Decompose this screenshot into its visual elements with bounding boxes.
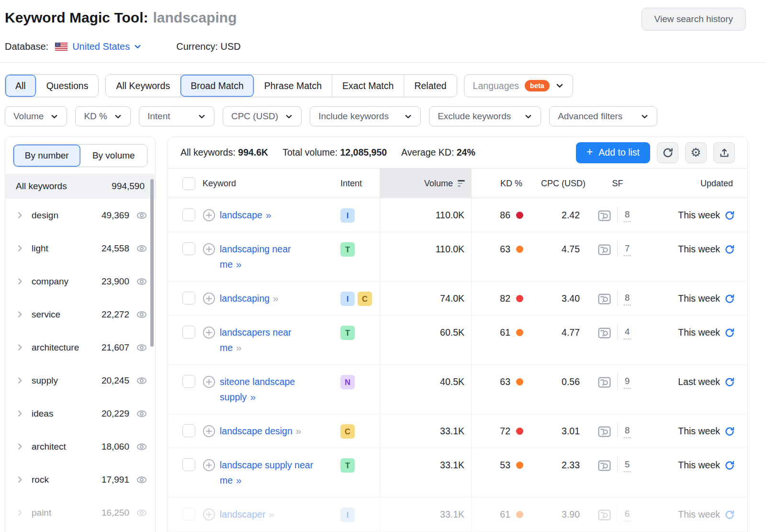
languages-dropdown[interactable]: Languages beta — [464, 74, 573, 97]
intent-filter[interactable]: Intent — [139, 106, 214, 126]
add-keyword-icon[interactable] — [203, 209, 215, 222]
sf-count[interactable]: 4 — [624, 327, 631, 340]
refresh-keyword-icon[interactable] — [724, 377, 735, 387]
tab-by-volume[interactable]: By volume — [80, 145, 147, 167]
tab-all[interactable]: All — [5, 75, 36, 97]
add-keyword-icon[interactable] — [203, 508, 215, 521]
serp-features-icon[interactable] — [598, 509, 611, 521]
eye-icon[interactable] — [136, 309, 147, 320]
chevron-right-icon[interactable] — [16, 409, 24, 418]
exclude-keywords-filter[interactable]: Exclude keywords — [429, 106, 541, 126]
database-selector[interactable]: United States — [72, 41, 142, 52]
expand-keyword-icon[interactable]: » — [236, 342, 241, 353]
chevron-right-icon[interactable] — [16, 442, 24, 451]
eye-icon[interactable] — [136, 243, 147, 254]
row-checkbox[interactable] — [182, 424, 195, 437]
refresh-keyword-icon[interactable] — [724, 460, 735, 471]
row-checkbox[interactable] — [182, 375, 195, 388]
serp-features-icon[interactable] — [598, 327, 611, 339]
column-header-cpc[interactable]: CPC (USD) — [530, 169, 591, 198]
keyword-link[interactable]: landscape supply near me — [220, 460, 313, 486]
keyword-link[interactable]: landscaper — [220, 509, 265, 520]
column-header-sf[interactable]: SF — [591, 169, 644, 198]
keyword-group-row[interactable]: design 49,369 — [5, 199, 155, 232]
row-checkbox[interactable] — [182, 326, 195, 339]
expand-keyword-icon[interactable]: » — [236, 475, 241, 486]
add-keyword-icon[interactable] — [203, 292, 215, 305]
sf-count[interactable]: 9 — [624, 376, 631, 389]
column-header-keyword[interactable]: Keyword — [203, 169, 339, 198]
eye-icon[interactable] — [136, 276, 147, 287]
row-checkbox[interactable] — [182, 208, 195, 221]
row-checkbox[interactable] — [182, 292, 195, 305]
serp-features-icon[interactable] — [598, 293, 611, 305]
row-checkbox[interactable] — [182, 458, 195, 471]
sf-count[interactable]: 8 — [624, 293, 631, 306]
expand-keyword-icon[interactable]: » — [273, 293, 278, 304]
keyword-group-row[interactable]: architect 18,060 — [5, 430, 155, 463]
include-keywords-filter[interactable]: Include keywords — [310, 106, 421, 126]
keyword-group-row[interactable]: architecture 21,607 — [5, 331, 155, 364]
chevron-right-icon[interactable] — [16, 310, 24, 318]
refresh-keyword-icon[interactable] — [724, 328, 735, 338]
eye-icon[interactable] — [136, 474, 147, 486]
keyword-group-row[interactable]: light 24,558 — [5, 232, 155, 265]
add-keyword-icon[interactable] — [203, 425, 215, 438]
serp-features-icon[interactable] — [598, 244, 611, 256]
expand-keyword-icon[interactable]: » — [250, 391, 255, 402]
chevron-right-icon[interactable] — [16, 211, 24, 219]
keyword-group-row[interactable]: paint 16,250 — [5, 496, 155, 529]
settings-gear-button[interactable]: ⚙ — [685, 142, 707, 163]
keyword-link[interactable]: landscapers near me — [220, 327, 292, 353]
expand-keyword-icon[interactable]: » — [236, 259, 241, 270]
chevron-right-icon[interactable] — [16, 509, 24, 517]
export-button[interactable] — [713, 142, 735, 163]
expand-keyword-icon[interactable]: » — [296, 425, 301, 436]
view-search-history-button[interactable]: View search history — [642, 8, 746, 31]
chevron-right-icon[interactable] — [16, 244, 24, 252]
keyword-link[interactable]: landscaping near me — [220, 244, 291, 270]
tab-questions[interactable]: Questions — [36, 75, 99, 97]
serp-features-icon[interactable] — [598, 426, 611, 438]
add-keyword-icon[interactable] — [203, 243, 215, 256]
keyword-group-row[interactable]: ideas 20,229 — [5, 397, 155, 430]
refresh-keyword-icon[interactable] — [724, 244, 735, 255]
keyword-group-row[interactable]: supply 20,245 — [5, 364, 155, 397]
refresh-keyword-icon[interactable] — [724, 509, 735, 520]
keyword-group-row[interactable]: service 22,272 — [5, 298, 155, 331]
row-checkbox[interactable] — [182, 508, 195, 521]
refresh-keyword-icon[interactable] — [724, 210, 735, 221]
chevron-right-icon[interactable] — [16, 475, 24, 484]
serp-features-icon[interactable] — [598, 460, 611, 472]
tab-exact-match[interactable]: Exact Match — [332, 75, 404, 97]
advanced-filters[interactable]: Advanced filters — [549, 106, 657, 126]
keyword-group-row[interactable]: company 23,900 — [5, 265, 155, 298]
keyword-link[interactable]: landscape — [220, 210, 262, 220]
eye-icon[interactable] — [136, 375, 147, 386]
eye-icon[interactable] — [136, 408, 147, 419]
eye-icon[interactable] — [136, 210, 147, 221]
column-header-intent[interactable]: Intent — [339, 169, 380, 198]
sf-count[interactable]: 5 — [624, 459, 631, 472]
sf-count[interactable]: 8 — [624, 425, 631, 438]
add-keyword-icon[interactable] — [203, 375, 215, 388]
kd-filter[interactable]: KD % — [75, 106, 131, 126]
tab-by-number[interactable]: By number — [13, 145, 80, 167]
eye-icon[interactable] — [136, 441, 147, 453]
cpc-filter[interactable]: CPC (USD) — [223, 106, 302, 126]
row-checkbox[interactable] — [182, 242, 195, 255]
add-keyword-icon[interactable] — [203, 326, 215, 339]
keyword-link[interactable]: landscaping — [220, 293, 270, 304]
expand-keyword-icon[interactable]: » — [266, 209, 271, 220]
chevron-right-icon[interactable] — [16, 343, 24, 351]
volume-filter[interactable]: Volume — [5, 106, 67, 126]
add-to-list-button[interactable]: + Add to list — [576, 142, 650, 163]
keyword-group-row[interactable]: rock 17,991 — [5, 463, 155, 496]
refresh-keyword-icon[interactable] — [724, 294, 735, 304]
tab-all-keywords[interactable]: All Keywords — [106, 75, 180, 97]
sf-count[interactable]: 7 — [624, 243, 631, 256]
tab-related[interactable]: Related — [404, 75, 456, 97]
sf-count[interactable]: 8 — [624, 209, 631, 222]
expand-keyword-icon[interactable]: » — [269, 509, 274, 520]
eye-icon[interactable] — [136, 507, 147, 519]
